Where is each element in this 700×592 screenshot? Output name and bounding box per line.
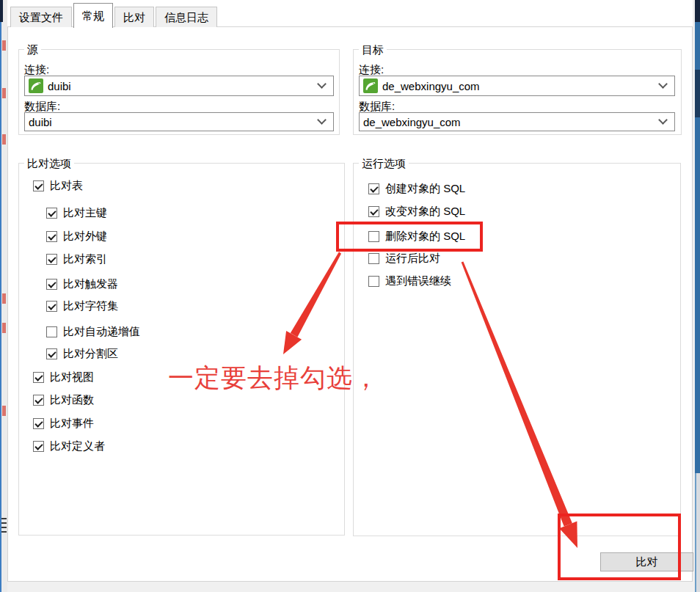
- right-edge-navy-cap: [695, 0, 700, 22]
- checkbox-row-compare-auto-increment[interactable]: 比对自动递增值: [46, 324, 140, 339]
- checkbox[interactable]: [46, 231, 57, 242]
- checkbox-row-compare-partitions[interactable]: 比对分割区: [46, 346, 118, 361]
- checkbox[interactable]: [33, 441, 44, 452]
- checkbox[interactable]: [33, 418, 44, 429]
- checkbox-label: 改变对象的 SQL: [385, 205, 465, 219]
- scrollbar-mark: [2, 134, 6, 145]
- right-edge-dark-segment: [695, 70, 700, 117]
- checkbox-row-compare-functions[interactable]: 比对函数: [33, 392, 94, 407]
- source-connection-value: duibi: [48, 80, 71, 92]
- checkbox-label: 比对视图: [50, 370, 94, 384]
- source-connection-label: 连接:: [24, 63, 49, 76]
- mysql-connection-icon: [363, 78, 378, 93]
- tab-general[interactable]: 常规: [73, 3, 113, 28]
- checkbox[interactable]: [33, 372, 44, 383]
- checkbox-row-compare-definer[interactable]: 比对定义者: [33, 439, 105, 453]
- target-connection-value: de_webxingyu_com: [382, 80, 480, 92]
- scrollbar-dash: [1, 531, 7, 533]
- checkbox-label: 运行后比对: [385, 252, 440, 266]
- checkbox-label: 遇到错误继续: [385, 274, 451, 288]
- scrollbar-mark: [2, 406, 6, 416]
- target-connection-label: 连接:: [359, 63, 384, 76]
- chevron-down-icon: [318, 117, 325, 123]
- scrollbar-dash: [1, 527, 7, 528]
- target-database-value: de_webxingyu_com: [363, 116, 461, 128]
- scrollbar-dash: [1, 518, 7, 519]
- checkbox-row-continue-on-error[interactable]: 遇到错误继续: [368, 274, 451, 288]
- checkbox[interactable]: [33, 395, 44, 406]
- target-database-select[interactable]: de_webxingyu_com: [359, 112, 675, 131]
- checkbox-label: 创建对象的 SQL: [385, 182, 465, 196]
- checkbox-label: 删除对象的 SQL: [385, 230, 465, 244]
- checkbox-row-compare-triggers[interactable]: 比对触发器: [46, 277, 118, 291]
- checkbox[interactable]: [46, 279, 57, 290]
- annotation-text: 一定要去掉勾选，: [168, 361, 379, 395]
- checkbox-label: 比对主键: [63, 206, 107, 220]
- compare-dialog: 设置文件 常规 比对 信息日志 源 连接: duibi 数据库: duibi 目…: [0, 0, 700, 592]
- source-database-label: 数据库:: [24, 100, 60, 112]
- checkbox-label: 比对索引: [63, 252, 107, 266]
- checkbox-row-compare-primary-keys[interactable]: 比对主键: [46, 205, 107, 220]
- scrollbar-mark: [2, 323, 6, 333]
- checkbox-label: 比对字符集: [63, 299, 118, 313]
- checkbox-label: 比对分割区: [63, 347, 118, 361]
- checkbox-row-compare-after-run[interactable]: 运行后比对: [368, 251, 440, 266]
- group-run-options-title: 运行选项: [359, 157, 409, 169]
- target-connection-select[interactable]: de_webxingyu_com: [359, 76, 675, 96]
- scrollbar-mark: [2, 40, 6, 51]
- scrollbar-dash: [1, 522, 7, 524]
- left-edge-navy-cap: [0, 0, 3, 22]
- right-edge-gray-segment: [695, 473, 700, 592]
- tab-log[interactable]: 信息日志: [156, 7, 217, 27]
- checkbox-label: 比对定义者: [50, 439, 105, 453]
- left-edge-blue-line: [0, 0, 1, 592]
- group-compare-options-title: 比对选项: [24, 157, 74, 169]
- checkbox-row-compare-events[interactable]: 比对事件: [33, 416, 94, 431]
- checkbox[interactable]: [46, 254, 57, 265]
- chevron-down-icon: [660, 117, 666, 123]
- group-target-title: 目标: [359, 43, 387, 56]
- scrollbar-mark: [2, 293, 6, 304]
- checkbox[interactable]: [33, 180, 44, 191]
- checkbox-label: 比对函数: [50, 393, 94, 407]
- chevron-down-icon: [318, 81, 325, 87]
- checkbox-row-create-object-sql[interactable]: 创建对象的 SQL: [368, 181, 465, 196]
- checkbox[interactable]: [368, 276, 379, 287]
- chevron-down-icon: [660, 81, 666, 87]
- scrollbar-mark: [2, 88, 6, 98]
- checkbox[interactable]: [368, 206, 379, 217]
- checkbox-label: 比对触发器: [63, 277, 118, 291]
- checkbox[interactable]: [46, 326, 57, 337]
- checkbox-label: 比对表: [50, 179, 83, 193]
- checkbox-row-compare-views[interactable]: 比对视图: [33, 370, 94, 384]
- checkbox-row-compare-tables[interactable]: 比对表: [33, 178, 83, 193]
- source-database-select[interactable]: duibi: [24, 112, 334, 131]
- checkbox-label: 比对自动递增值: [63, 325, 140, 339]
- tab-compare[interactable]: 比对: [114, 7, 154, 27]
- tab-bar: 设置文件 常规 比对 信息日志: [10, 2, 219, 27]
- right-window-edge: [695, 0, 700, 592]
- checkbox[interactable]: [46, 348, 57, 359]
- checkbox-row-compare-charset[interactable]: 比对字符集: [46, 299, 118, 313]
- group-run-options: 运行选项: [353, 163, 681, 536]
- checkbox-row-drop-object-sql[interactable]: 删除对象的 SQL: [368, 229, 465, 244]
- checkbox-label: 比对外键: [63, 230, 107, 244]
- tab-profile[interactable]: 设置文件: [10, 7, 72, 27]
- checkbox-label: 比对事件: [50, 417, 94, 431]
- left-window-edge: [0, 0, 7, 592]
- group-source-title: 源: [24, 43, 41, 56]
- checkbox[interactable]: [368, 183, 379, 194]
- checkbox[interactable]: [46, 301, 57, 312]
- compare-button[interactable]: 比对: [600, 552, 693, 571]
- checkbox[interactable]: [368, 231, 379, 242]
- checkbox-row-compare-foreign-keys[interactable]: 比对外键: [46, 229, 107, 244]
- checkbox[interactable]: [368, 253, 379, 264]
- source-database-value: duibi: [29, 116, 52, 128]
- checkbox-row-compare-indexes[interactable]: 比对索引: [46, 252, 107, 266]
- checkbox-row-alter-object-sql[interactable]: 改变对象的 SQL: [368, 204, 465, 219]
- source-connection-select[interactable]: duibi: [24, 76, 334, 96]
- mysql-connection-icon: [29, 78, 43, 93]
- target-database-label: 数据库:: [359, 100, 395, 112]
- checkbox[interactable]: [46, 208, 57, 219]
